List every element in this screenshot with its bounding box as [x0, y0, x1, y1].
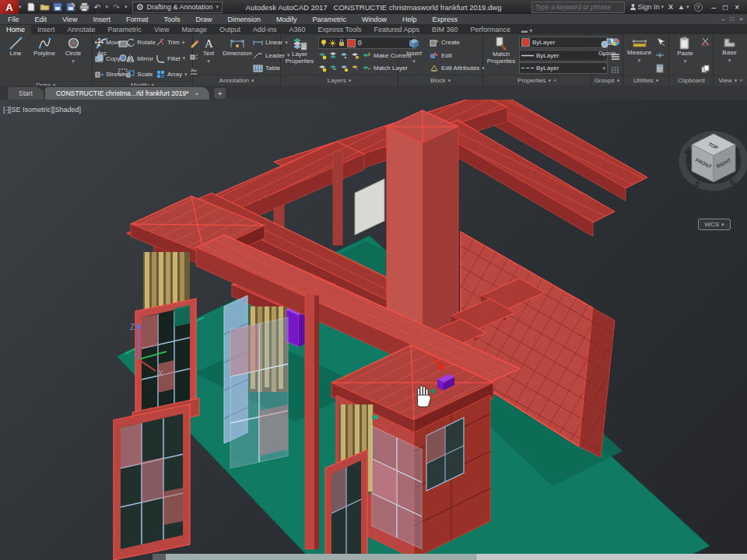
- menu-window[interactable]: Window: [354, 16, 395, 23]
- layer-properties-button[interactable]: Layer Properties: [283, 36, 316, 75]
- search-input[interactable]: [532, 3, 626, 11]
- panel-label-annotation[interactable]: Annotation▾: [193, 75, 280, 86]
- tab-view[interactable]: View: [148, 25, 175, 34]
- tab-parametric[interactable]: Parametric: [102, 25, 149, 34]
- drawing-viewport[interactable]: [-][SE Isometric][Shaded]: [0, 100, 747, 560]
- tab-output[interactable]: Output: [213, 25, 247, 34]
- tab-addins[interactable]: Add-ins: [247, 25, 283, 34]
- mirror-button[interactable]: Mirror: [126, 53, 156, 65]
- viewcube[interactable]: W S E N TOP FRONT RIGHT: [682, 134, 745, 189]
- layer-isolate-icon[interactable]: [329, 51, 338, 60]
- new-file-icon[interactable]: [26, 2, 37, 12]
- help-icon[interactable]: ?: [694, 3, 703, 12]
- cut-icon[interactable]: [701, 37, 710, 46]
- panel-label-utilities[interactable]: Utilities▾: [623, 75, 668, 86]
- tab-a360[interactable]: A360: [283, 25, 312, 34]
- copy-button[interactable]: Copy: [95, 53, 125, 65]
- minimize-button[interactable]: –: [712, 3, 717, 12]
- rotate-button[interactable]: Rotate: [126, 37, 156, 48]
- menu-parametric[interactable]: Parametric: [305, 16, 355, 23]
- line-button[interactable]: Line: [2, 36, 29, 81]
- redo-icon[interactable]: ↷: [111, 2, 121, 12]
- undo-icon[interactable]: ↶: [93, 2, 103, 12]
- paste-button[interactable]: Paste▾: [672, 36, 698, 75]
- trim-button[interactable]: Trim▾: [156, 37, 188, 48]
- menu-format[interactable]: Format: [118, 16, 156, 23]
- move-button[interactable]: Move: [95, 37, 125, 48]
- create-block-button[interactable]: Create: [430, 37, 485, 48]
- doc-close-button[interactable]: ×: [739, 16, 743, 23]
- panel-label-groups[interactable]: Groups▾: [591, 75, 622, 86]
- layer-lock-icon[interactable]: [338, 39, 345, 47]
- tab-express-tools[interactable]: Express Tools: [312, 25, 368, 34]
- tab-bim360[interactable]: BIM 360: [426, 25, 465, 34]
- panel-label-clipboard[interactable]: Clipboard: [669, 75, 713, 86]
- menu-modify[interactable]: Modify: [268, 16, 305, 23]
- autodesk-exchange-icon[interactable]: X: [668, 3, 673, 11]
- menu-edit[interactable]: Edit: [27, 16, 55, 23]
- menu-view[interactable]: View: [54, 16, 85, 23]
- array-button[interactable]: Array▾: [156, 68, 188, 80]
- menu-express[interactable]: Express: [425, 16, 466, 23]
- layer-off-icon[interactable]: [318, 51, 327, 60]
- quick-select-icon[interactable]: [656, 37, 665, 47]
- connect-icon[interactable]: ▲▾: [678, 3, 689, 11]
- tab-performance[interactable]: Performance: [464, 25, 517, 34]
- horizontal-scrollbar[interactable]: [153, 554, 747, 560]
- save-icon[interactable]: [53, 2, 63, 12]
- save-as-icon[interactable]: [66, 2, 76, 12]
- layer-color-swatch[interactable]: [347, 39, 356, 47]
- dimension-button[interactable]: Dimension: [224, 36, 251, 75]
- tab-annotate[interactable]: Annotate: [61, 25, 102, 34]
- id-point-icon[interactable]: [656, 53, 664, 58]
- text-button[interactable]: A Text▾: [195, 36, 222, 75]
- group-button[interactable]: Group: [594, 36, 620, 75]
- stretch-button[interactable]: Stretch: [95, 68, 125, 80]
- file-tab-document[interactable]: CONSTRUCTIE christma...rld frankfurt 201…: [45, 87, 209, 100]
- close-button[interactable]: ×: [735, 3, 739, 12]
- tab-home[interactable]: Home: [0, 25, 31, 34]
- scrollbar-left-button[interactable]: [153, 554, 166, 560]
- menu-dimension[interactable]: Dimension: [219, 16, 268, 23]
- restore-button[interactable]: □: [723, 3, 728, 12]
- fillet-button[interactable]: Fillet▾: [156, 53, 188, 65]
- scrollbar-thumb[interactable]: [166, 554, 476, 560]
- match-properties-button[interactable]: Match Properties: [486, 36, 517, 75]
- base-button[interactable]: Base▾: [716, 36, 742, 75]
- copy-clip-icon[interactable]: [701, 65, 710, 73]
- layer-unlock-icon[interactable]: [340, 64, 349, 72]
- open-folder-icon[interactable]: [40, 2, 50, 12]
- edit-block-button[interactable]: Edit: [430, 50, 485, 61]
- layer-freeze-sun-icon[interactable]: [329, 40, 336, 47]
- circle-button[interactable]: Circle▾: [60, 36, 86, 81]
- scale-button[interactable]: Scale: [126, 68, 156, 80]
- layer-unisolate-icon[interactable]: [318, 64, 327, 72]
- polyline-button[interactable]: Polyline: [31, 36, 58, 81]
- wcs-button[interactable]: WCS▾: [698, 219, 731, 230]
- panel-label-properties[interactable]: Properties▾»: [483, 75, 591, 86]
- tab-featured-apps[interactable]: Featured Apps: [367, 25, 426, 34]
- panel-label-layers[interactable]: Layers▾: [281, 75, 398, 86]
- infocenter-search[interactable]: [531, 2, 625, 13]
- layer-thaw-icon[interactable]: [329, 64, 338, 72]
- workspace-switcher[interactable]: Drafting & Annotation ▾: [132, 2, 223, 13]
- file-tab-start[interactable]: Start: [8, 87, 44, 100]
- menu-tools[interactable]: Tools: [156, 16, 188, 23]
- layer-walk-icon[interactable]: [351, 64, 359, 72]
- insert-button[interactable]: Insert▾: [401, 36, 427, 75]
- new-drawing-tab-button[interactable]: +: [214, 88, 226, 99]
- layer-freeze-icon[interactable]: [340, 51, 349, 60]
- menu-help[interactable]: Help: [395, 16, 425, 23]
- menu-file[interactable]: File: [0, 16, 27, 23]
- layer-lock-tool-icon[interactable]: [351, 51, 359, 60]
- drawing-canvas[interactable]: Z X W S E N TOP FRONT RIGHT: [0, 100, 747, 560]
- autocad-logo-menu[interactable]: A: [0, 0, 19, 14]
- redo-dropdown-icon[interactable]: ▾: [124, 4, 128, 10]
- viewport-controls-label[interactable]: [-][SE Isometric][Shaded]: [3, 106, 81, 114]
- doc-minimize-button[interactable]: –: [721, 16, 724, 23]
- calculator-icon[interactable]: [656, 64, 664, 73]
- edit-attributes-button[interactable]: Edit Attributes▾: [430, 62, 485, 74]
- undo-dropdown-icon[interactable]: ▾: [106, 4, 109, 10]
- tab-insert[interactable]: Insert: [31, 25, 61, 34]
- measure-button[interactable]: Measure▾: [626, 36, 653, 75]
